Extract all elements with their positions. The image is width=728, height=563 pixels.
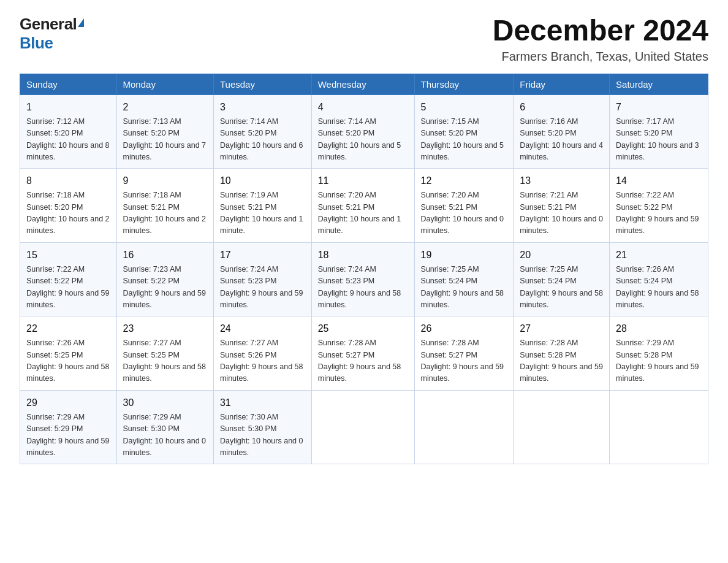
- day-info: Sunrise: 7:14 AMSunset: 5:20 PMDaylight:…: [318, 116, 408, 164]
- table-row: 18 Sunrise: 7:24 AMSunset: 5:23 PMDaylig…: [311, 242, 414, 316]
- day-number: 7: [616, 100, 702, 115]
- table-row: 20 Sunrise: 7:25 AMSunset: 5:24 PMDaylig…: [514, 242, 610, 316]
- table-row: 11 Sunrise: 7:20 AMSunset: 5:21 PMDaylig…: [311, 169, 414, 243]
- day-info: Sunrise: 7:29 AMSunset: 5:29 PMDaylight:…: [26, 412, 110, 459]
- table-row: [610, 390, 708, 464]
- day-number: 13: [520, 174, 603, 188]
- day-info: Sunrise: 7:30 AMSunset: 5:30 PMDaylight:…: [220, 412, 305, 459]
- day-info: Sunrise: 7:29 AMSunset: 5:30 PMDaylight:…: [123, 412, 207, 459]
- logo-general-text: General: [20, 15, 77, 34]
- col-sunday: Sunday: [20, 74, 117, 94]
- day-number: 23: [123, 321, 207, 336]
- day-info: Sunrise: 7:24 AMSunset: 5:23 PMDaylight:…: [220, 264, 305, 312]
- col-monday: Monday: [116, 74, 213, 94]
- calendar-week-row: 22 Sunrise: 7:26 AMSunset: 5:25 PMDaylig…: [20, 316, 708, 391]
- day-number: 21: [616, 248, 702, 262]
- day-info: Sunrise: 7:22 AMSunset: 5:22 PMDaylight:…: [26, 264, 110, 312]
- day-info: Sunrise: 7:19 AMSunset: 5:21 PMDaylight:…: [220, 190, 305, 237]
- table-row: 12 Sunrise: 7:20 AMSunset: 5:21 PMDaylig…: [414, 169, 514, 243]
- day-number: 25: [318, 321, 408, 336]
- table-row: 10 Sunrise: 7:19 AMSunset: 5:21 PMDaylig…: [213, 169, 311, 243]
- page-header: General Blue December 2024 Farmers Branc…: [20, 15, 708, 64]
- day-info: Sunrise: 7:22 AMSunset: 5:22 PMDaylight:…: [616, 190, 702, 237]
- day-number: 27: [520, 321, 603, 336]
- day-number: 6: [520, 100, 603, 115]
- table-row: 31 Sunrise: 7:30 AMSunset: 5:30 PMDaylig…: [213, 390, 311, 464]
- day-number: 1: [26, 100, 110, 115]
- day-number: 14: [616, 174, 702, 188]
- day-info: Sunrise: 7:14 AMSunset: 5:20 PMDaylight:…: [220, 116, 305, 164]
- col-saturday: Saturday: [610, 74, 708, 94]
- table-row: 14 Sunrise: 7:22 AMSunset: 5:22 PMDaylig…: [610, 169, 708, 243]
- calendar-header-row: Sunday Monday Tuesday Wednesday Thursday…: [20, 74, 708, 94]
- day-info: Sunrise: 7:18 AMSunset: 5:21 PMDaylight:…: [123, 190, 207, 237]
- day-number: 20: [520, 248, 603, 262]
- day-info: Sunrise: 7:24 AMSunset: 5:23 PMDaylight:…: [318, 264, 408, 312]
- table-row: 29 Sunrise: 7:29 AMSunset: 5:29 PMDaylig…: [20, 390, 117, 464]
- table-row: 13 Sunrise: 7:21 AMSunset: 5:21 PMDaylig…: [514, 169, 610, 243]
- day-info: Sunrise: 7:21 AMSunset: 5:21 PMDaylight:…: [520, 190, 603, 237]
- day-number: 9: [123, 174, 207, 188]
- day-number: 4: [318, 100, 408, 115]
- day-number: 29: [26, 396, 110, 410]
- day-number: 16: [123, 248, 207, 262]
- day-info: Sunrise: 7:29 AMSunset: 5:28 PMDaylight:…: [616, 337, 702, 385]
- day-number: 8: [26, 174, 110, 188]
- calendar-week-row: 15 Sunrise: 7:22 AMSunset: 5:22 PMDaylig…: [20, 242, 708, 316]
- calendar-week-row: 29 Sunrise: 7:29 AMSunset: 5:29 PMDaylig…: [20, 390, 708, 464]
- day-info: Sunrise: 7:28 AMSunset: 5:28 PMDaylight:…: [520, 337, 603, 385]
- page-title: December 2024: [493, 15, 708, 47]
- table-row: 22 Sunrise: 7:26 AMSunset: 5:25 PMDaylig…: [20, 316, 117, 391]
- day-info: Sunrise: 7:26 AMSunset: 5:24 PMDaylight:…: [616, 264, 702, 312]
- day-info: Sunrise: 7:20 AMSunset: 5:21 PMDaylight:…: [318, 190, 408, 237]
- day-info: Sunrise: 7:27 AMSunset: 5:25 PMDaylight:…: [123, 337, 207, 385]
- table-row: 30 Sunrise: 7:29 AMSunset: 5:30 PMDaylig…: [116, 390, 213, 464]
- table-row: 4 Sunrise: 7:14 AMSunset: 5:20 PMDayligh…: [311, 94, 414, 169]
- logo-blue-text: Blue: [20, 34, 53, 53]
- table-row: 1 Sunrise: 7:12 AMSunset: 5:20 PMDayligh…: [20, 94, 117, 169]
- day-number: 12: [421, 174, 507, 188]
- day-info: Sunrise: 7:20 AMSunset: 5:21 PMDaylight:…: [421, 190, 507, 237]
- table-row: 9 Sunrise: 7:18 AMSunset: 5:21 PMDayligh…: [116, 169, 213, 243]
- day-info: Sunrise: 7:28 AMSunset: 5:27 PMDaylight:…: [318, 337, 408, 385]
- day-info: Sunrise: 7:18 AMSunset: 5:20 PMDaylight:…: [26, 190, 110, 237]
- logo-triangle-icon: [78, 18, 84, 27]
- table-row: 8 Sunrise: 7:18 AMSunset: 5:20 PMDayligh…: [20, 169, 117, 243]
- table-row: 21 Sunrise: 7:26 AMSunset: 5:24 PMDaylig…: [610, 242, 708, 316]
- day-info: Sunrise: 7:12 AMSunset: 5:20 PMDaylight:…: [26, 116, 110, 164]
- table-row: 27 Sunrise: 7:28 AMSunset: 5:28 PMDaylig…: [514, 316, 610, 391]
- table-row: 17 Sunrise: 7:24 AMSunset: 5:23 PMDaylig…: [213, 242, 311, 316]
- day-number: 17: [220, 248, 305, 262]
- day-number: 19: [421, 248, 507, 262]
- logo: General Blue: [20, 15, 84, 53]
- table-row: 28 Sunrise: 7:29 AMSunset: 5:28 PMDaylig…: [610, 316, 708, 391]
- day-number: 15: [26, 248, 110, 262]
- table-row: 15 Sunrise: 7:22 AMSunset: 5:22 PMDaylig…: [20, 242, 117, 316]
- day-number: 30: [123, 396, 207, 410]
- table-row: 6 Sunrise: 7:16 AMSunset: 5:20 PMDayligh…: [514, 94, 610, 169]
- col-friday: Friday: [514, 74, 610, 94]
- day-number: 31: [220, 396, 305, 410]
- day-number: 5: [421, 100, 507, 115]
- table-row: 26 Sunrise: 7:28 AMSunset: 5:27 PMDaylig…: [414, 316, 514, 391]
- day-info: Sunrise: 7:13 AMSunset: 5:20 PMDaylight:…: [123, 116, 207, 164]
- day-number: 24: [220, 321, 305, 336]
- day-number: 28: [616, 321, 702, 336]
- col-tuesday: Tuesday: [213, 74, 311, 94]
- table-row: 16 Sunrise: 7:23 AMSunset: 5:22 PMDaylig…: [116, 242, 213, 316]
- calendar-table: Sunday Monday Tuesday Wednesday Thursday…: [20, 74, 708, 465]
- day-number: 2: [123, 100, 207, 115]
- table-row: 25 Sunrise: 7:28 AMSunset: 5:27 PMDaylig…: [311, 316, 414, 391]
- table-row: [311, 390, 414, 464]
- table-row: [514, 390, 610, 464]
- col-wednesday: Wednesday: [311, 74, 414, 94]
- table-row: 24 Sunrise: 7:27 AMSunset: 5:26 PMDaylig…: [213, 316, 311, 391]
- day-info: Sunrise: 7:25 AMSunset: 5:24 PMDaylight:…: [421, 264, 507, 312]
- day-info: Sunrise: 7:23 AMSunset: 5:22 PMDaylight:…: [123, 264, 207, 312]
- day-number: 3: [220, 100, 305, 115]
- table-row: 3 Sunrise: 7:14 AMSunset: 5:20 PMDayligh…: [213, 94, 311, 169]
- day-info: Sunrise: 7:25 AMSunset: 5:24 PMDaylight:…: [520, 264, 603, 312]
- day-number: 18: [318, 248, 408, 262]
- table-row: 23 Sunrise: 7:27 AMSunset: 5:25 PMDaylig…: [116, 316, 213, 391]
- day-number: 22: [26, 321, 110, 336]
